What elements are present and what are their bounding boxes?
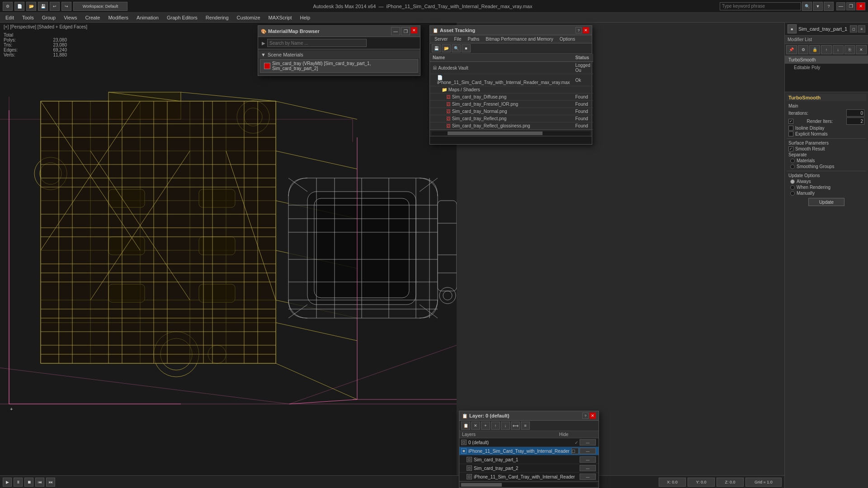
layers-btn-7[interactable]: ≡ [521,422,530,430]
move-up-btn[interactable]: ↑ [821,45,832,54]
play-btn[interactable]: ▶ [3,478,12,487]
layer-row[interactable]: ◻ 0 (default) ✓ — [459,438,599,447]
modifier-editable-poly[interactable]: Editable Poly [785,64,868,71]
layer-hide-btn[interactable]: — [580,474,596,480]
asset-menu-file[interactable]: File [451,36,464,42]
table-row[interactable]: 🏛 Autodesk Vault Logged Ou [430,62,593,74]
menu-create[interactable]: Create [81,14,104,21]
table-row[interactable]: 🖼 Sim_card_tray_Reflect_glossiness.png F… [430,122,593,130]
modifier-icon-2[interactable]: ≡ [858,25,865,33]
layer-row[interactable]: ◻ Sim_card_tray_part_1 — [459,455,599,464]
coord-y[interactable]: Y: 0.0 [688,478,715,487]
layers-btn-5[interactable]: ↓ [501,422,510,430]
layer-row[interactable]: ◼ iPhone_11_Sim_Card_Tray_with_Internal_… [459,447,599,455]
menu-modifiers[interactable]: Modifiers [104,14,132,21]
layer-hide-btn[interactable]: — [580,448,596,454]
asset-help-btn[interactable]: ? [576,27,582,33]
layers-btn-1[interactable]: 📋 [461,422,470,430]
layers-scrollbar[interactable] [459,481,599,488]
pause-btn[interactable]: ⏸ [14,478,23,487]
minimize-btn[interactable]: — [836,2,845,10]
table-row[interactable]: 🖼 Sim_card_tray_Fresnel_IOR.png Found [430,101,593,108]
manually-radio[interactable] [790,191,795,196]
search-options-btn[interactable]: ▼ [813,2,823,11]
lock-btn[interactable]: 🔒 [809,45,820,54]
layers-btn-6[interactable]: ⟷ [511,422,520,430]
menu-rendering[interactable]: Rendering [202,14,232,21]
prev-frame-btn[interactable]: ⏮ [35,478,44,487]
always-radio[interactable] [790,179,795,184]
asset-btn-4[interactable]: ■ [462,44,471,52]
layers-btn-4[interactable]: ↑ [491,422,500,430]
materials-radio[interactable] [790,159,795,163]
layers-btn-3[interactable]: + [481,422,490,430]
layer-row[interactable]: ◻ iPhone_11_Sim_Card_Tray_with_Internal_… [459,473,599,481]
layer-row[interactable]: ◻ Sim_card_tray_part_2 — [459,464,599,473]
undo-btn[interactable]: ↩ [50,2,60,11]
modifier-icon-1[interactable]: ◻ [850,25,857,33]
asset-btn-1[interactable]: 💾 [432,44,441,52]
when-rendering-radio[interactable] [790,185,795,190]
smoothing-groups-radio[interactable] [790,164,795,169]
redo-btn[interactable]: ↪ [61,2,71,11]
asset-scroll-thumb[interactable] [448,131,542,135]
coord-x[interactable]: X: 0.0 [659,478,686,487]
asset-btn-2[interactable]: 📂 [442,44,451,52]
asset-close-btn[interactable]: ✕ [583,27,589,33]
table-row[interactable]: 📄 iPhone_11_Sim_Card_Tray_with_Internal_… [430,74,593,86]
asset-scrollbar[interactable] [430,130,592,136]
explicit-normals-checkbox[interactable] [788,131,793,136]
menu-tools[interactable]: Tools [19,14,38,21]
viewport-label[interactable]: [+] [Perspective] [Shaded + Edged Faces] [4,24,87,29]
restore-btn[interactable]: ❐ [846,2,855,10]
smooth-result-checkbox[interactable] [788,146,793,151]
layers-scroll-thumb[interactable] [461,483,502,487]
mat-minimize-btn[interactable]: — [391,27,400,35]
layers-scroll-track[interactable] [461,483,597,487]
mat-close-btn[interactable]: ✕ [411,27,417,33]
stop-btn[interactable]: ⏹ [24,478,33,487]
workspace-dropdown[interactable]: Workspace: Default [73,2,127,11]
isoline-checkbox[interactable] [788,126,793,131]
menu-group[interactable]: Group [38,14,60,21]
asset-menu-options[interactable]: Options [557,36,578,42]
delete-btn[interactable]: ✕ [856,45,867,54]
mat-scene-header[interactable]: ▼ Scene Materials [258,51,420,58]
new-btn[interactable]: 📄 [14,2,24,11]
close-btn[interactable]: ✕ [856,2,865,10]
menu-edit[interactable]: Edit [2,14,18,21]
search-button[interactable]: 🔍 [802,2,812,11]
asset-menu-server[interactable]: Server [432,36,450,42]
render-iters-checkbox[interactable] [788,119,793,124]
menu-help[interactable]: Help [297,14,314,21]
viewport-svg[interactable]: + [0,23,457,488]
coord-z[interactable]: Z: 0.0 [717,478,744,487]
configure-btn[interactable]: ⚙ [798,45,809,54]
layer-hide-btn[interactable]: — [580,439,596,446]
menu-views[interactable]: Views [60,14,80,21]
menu-animation[interactable]: Animation [133,14,162,21]
layer-hide-btn[interactable]: — [580,456,596,463]
next-frame-btn[interactable]: ⏭ [46,478,55,487]
table-row[interactable]: 🖼 Sim_card_tray_Reflect.png Found [430,115,593,122]
table-row[interactable]: 🖼 Sim_card_tray_Normal.png Found [430,108,593,115]
update-button[interactable]: Update [808,198,844,206]
help-btn[interactable]: ? [824,2,834,11]
save-btn[interactable]: 💾 [38,2,48,11]
object-color-swatch[interactable]: ■ [788,24,797,33]
mat-scene-item[interactable]: Sim_card_tray (VRayMtl) [Sim_card_tray_p… [260,59,418,73]
render-iters-input[interactable] [846,117,864,125]
copy-btn[interactable]: ⎘ [844,45,855,54]
modifier-turbosmooth[interactable]: TurboSmooth [785,56,868,64]
mat-search-input[interactable] [267,39,367,47]
table-row[interactable]: 🖼 Sim_card_tray_Diffuse.png Found [430,94,593,101]
mat-restore-btn[interactable]: ❐ [401,27,410,35]
layers-help-btn[interactable]: ? [582,413,589,419]
layer-hide-btn[interactable]: — [580,465,596,471]
open-btn[interactable]: 📂 [26,2,36,11]
asset-menu-bitmap[interactable]: Bitmap Performance and Memory [483,36,556,42]
grid-spacing[interactable]: Grid = 1.0 [745,478,782,487]
pin-btn[interactable]: 📌 [786,45,797,54]
menu-customize[interactable]: Customize [233,14,264,21]
search-input[interactable] [720,2,801,10]
